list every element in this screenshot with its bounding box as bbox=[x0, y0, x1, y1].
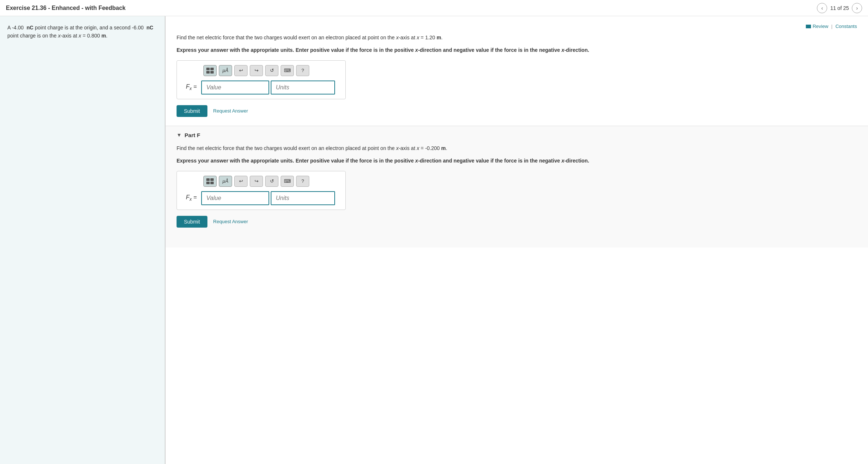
undo-button[interactable]: ↩ bbox=[234, 65, 248, 76]
part-f-keyboard-button[interactable]: ⌨ bbox=[281, 176, 294, 187]
review-link[interactable]: Review bbox=[806, 24, 828, 29]
part-f-header: ▼ Part F bbox=[177, 132, 857, 138]
part-f-refresh-icon: ↺ bbox=[270, 178, 274, 184]
part-e-toolbar: μÅ ↩ ↪ ↺ ⌨ ? bbox=[181, 65, 341, 76]
link-separator: | bbox=[831, 24, 832, 29]
part-e-problem-text: Find the net electric force that the two… bbox=[177, 33, 857, 42]
part-f-request-answer-link[interactable]: Request Answer bbox=[213, 219, 248, 224]
keyboard-button[interactable]: ⌨ bbox=[281, 65, 294, 76]
part-f-symbol-tool-button[interactable]: μÅ bbox=[219, 176, 232, 187]
part-f-label: Fx = bbox=[181, 194, 200, 202]
refresh-icon: ↺ bbox=[270, 68, 274, 73]
constants-link[interactable]: Constants bbox=[835, 24, 857, 29]
part-f-mu-symbol-icon: μÅ bbox=[223, 178, 228, 184]
part-f-input-row: Fx = bbox=[181, 191, 341, 205]
part-f-answer-box: μÅ ↩ ↪ ↺ ⌨ ? bbox=[177, 171, 346, 210]
part-f-redo-icon: ↪ bbox=[255, 178, 259, 184]
help-button[interactable]: ? bbox=[296, 65, 309, 76]
sidebar-text: A -4.00 nC point charge is at the origin… bbox=[7, 24, 157, 40]
top-links: Review | Constants bbox=[177, 24, 857, 29]
part-f-grid-tool-button[interactable] bbox=[203, 176, 217, 187]
redo-button[interactable]: ↪ bbox=[250, 65, 263, 76]
symbol-tool-button[interactable]: μÅ bbox=[219, 65, 232, 76]
mu-symbol-icon: μÅ bbox=[223, 68, 228, 73]
part-f-keyboard-icon: ⌨ bbox=[284, 178, 291, 184]
refresh-button[interactable]: ↺ bbox=[265, 65, 278, 76]
header: Exercise 21.36 - Enhanced - with Feedbac… bbox=[0, 0, 868, 16]
main-layout: A -4.00 nC point charge is at the origin… bbox=[0, 16, 868, 464]
prev-button[interactable]: ‹ bbox=[817, 3, 827, 13]
part-e-label: Fx = bbox=[181, 83, 200, 91]
part-f-units-input[interactable] bbox=[271, 191, 335, 205]
part-f-problem-text: Find the net electric force that the two… bbox=[177, 144, 857, 152]
part-e-input-row: Fx = bbox=[181, 81, 341, 94]
part-e-request-answer-link[interactable]: Request Answer bbox=[213, 108, 248, 114]
undo-icon: ↩ bbox=[239, 68, 243, 73]
part-f-grid-icon bbox=[206, 178, 214, 184]
exercise-title: Exercise 21.36 - Enhanced - with Feedbac… bbox=[6, 5, 125, 11]
keyboard-icon: ⌨ bbox=[284, 68, 291, 73]
part-f-collapse-icon[interactable]: ▼ bbox=[177, 132, 182, 138]
part-e-submit-button[interactable]: Submit bbox=[177, 105, 207, 117]
grid-tool-button[interactable] bbox=[203, 65, 217, 76]
part-f-question-icon: ? bbox=[301, 178, 304, 184]
part-e-units-input[interactable] bbox=[271, 81, 335, 94]
part-f-undo-icon: ↩ bbox=[239, 178, 243, 184]
part-f-toolbar: μÅ ↩ ↪ ↺ ⌨ ? bbox=[181, 176, 341, 187]
part-e-answer-box: μÅ ↩ ↪ ↺ ⌨ ? bbox=[177, 60, 346, 99]
part-e-instruction: Express your answer with the appropriate… bbox=[177, 46, 857, 54]
part-e-value-input[interactable] bbox=[201, 81, 269, 94]
part-f-help-button[interactable]: ? bbox=[296, 176, 309, 187]
part-f-title: Part F bbox=[185, 132, 200, 138]
main-content: Review | Constants Find the net electric… bbox=[166, 16, 868, 464]
navigation: ‹ 11 of 25 › bbox=[817, 3, 862, 13]
part-f-value-input[interactable] bbox=[201, 191, 269, 205]
part-f-undo-button[interactable]: ↩ bbox=[234, 176, 248, 187]
part-f-submit-row: Submit Request Answer bbox=[177, 216, 857, 228]
part-e-submit-row: Submit Request Answer bbox=[177, 105, 857, 117]
part-f-refresh-button[interactable]: ↺ bbox=[265, 176, 278, 187]
redo-icon: ↪ bbox=[255, 68, 259, 73]
part-f-redo-button[interactable]: ↪ bbox=[250, 176, 263, 187]
review-icon bbox=[806, 25, 811, 28]
grid-icon bbox=[206, 68, 214, 74]
part-f-submit-button[interactable]: Submit bbox=[177, 216, 207, 228]
nav-counter: 11 of 25 bbox=[830, 5, 849, 11]
part-f-section: ▼ Part F Find the net electric force tha… bbox=[166, 126, 868, 247]
question-icon: ? bbox=[301, 68, 304, 73]
sidebar: A -4.00 nC point charge is at the origin… bbox=[0, 16, 166, 464]
part-f-instruction: Express your answer with the appropriate… bbox=[177, 157, 857, 165]
next-button[interactable]: › bbox=[852, 3, 862, 13]
